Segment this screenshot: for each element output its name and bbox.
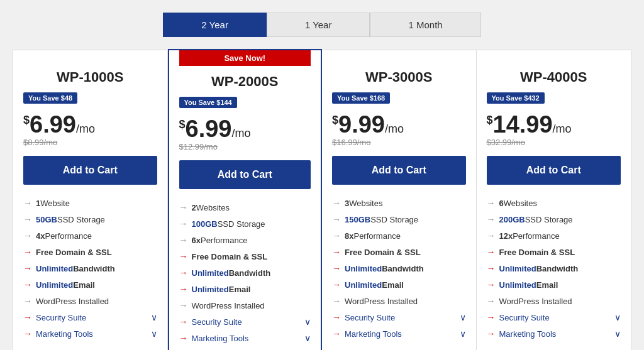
save-badge: You Save $432 (487, 92, 545, 104)
chevron-down-icon: ∨ (304, 333, 311, 343)
arrow-icon: → (23, 312, 32, 322)
arrow-icon: → (332, 312, 341, 322)
feature-expandable[interactable]: Marketing Tools ∨ (36, 329, 157, 339)
arrow-icon: → (487, 280, 496, 290)
arrow-icon: → (487, 329, 496, 339)
feature-link-text: Security Suite (345, 313, 395, 322)
feature-item[interactable]: → Marketing Tools ∨ (23, 325, 157, 342)
feature-text: Bandwidth (536, 264, 578, 273)
feature-text-blue: Unlimited (36, 264, 73, 273)
feature-expandable[interactable]: Marketing Tools ∨ (345, 329, 466, 339)
feature-bold: 3 (345, 199, 349, 208)
price-original: $8.99/mo (23, 138, 157, 147)
arrow-icon: → (487, 296, 496, 306)
feature-item[interactable]: → Security Suite ∨ (332, 309, 466, 325)
arrow-icon: → (23, 296, 32, 306)
arrow-icon: → (487, 312, 496, 322)
feature-text: Email (382, 280, 404, 290)
feature-list: →1 Website→50GB SSD Storage→4x Performan… (23, 195, 157, 342)
add-to-cart-button[interactable]: Add to Cart (332, 156, 466, 185)
arrow-icon: → (23, 329, 32, 339)
billing-tab-2year[interactable]: 2 Year (163, 13, 267, 37)
arrow-icon: → (179, 219, 188, 229)
feature-text: SSD Storage (525, 215, 573, 224)
feature-item: →Unlimited Bandwidth (487, 260, 621, 276)
feature-text: Bandwidth (382, 264, 423, 273)
feature-expandable[interactable]: Security Suite ∨ (36, 312, 157, 322)
arrow-icon: → (179, 235, 188, 245)
billing-tabs-container: 2 Year1 Year1 Month (13, 13, 631, 37)
feature-link-text: Marketing Tools (192, 334, 249, 343)
feature-expandable[interactable]: Security Suite ∨ (499, 312, 621, 322)
price-original: $16.99/mo (332, 138, 466, 147)
feature-item: →Unlimited Email (487, 276, 621, 293)
arrow-icon: → (179, 268, 188, 278)
feature-storage: 150GB (345, 215, 370, 224)
price-main: $14.99/mo (487, 112, 621, 136)
plan-card-wp4000s: WP-4000SYou Save $432 $14.99/mo $32.99/m… (477, 50, 631, 350)
add-to-cart-button[interactable]: Add to Cart (487, 156, 621, 185)
price-block: $6.99/mo $8.99/mo (23, 112, 157, 147)
chevron-down-icon: ∨ (151, 329, 157, 339)
arrow-icon: → (487, 263, 496, 273)
feature-storage: 200GB (499, 215, 525, 224)
arrow-icon: → (332, 198, 341, 208)
feature-bold: 12x (499, 231, 513, 241)
feature-text: Email (229, 285, 251, 294)
feature-item: →1 Website (23, 195, 157, 211)
price-original: $32.99/mo (487, 138, 621, 147)
add-to-cart-button[interactable]: Add to Cart (23, 156, 157, 185)
feature-text: Website (40, 199, 70, 208)
chevron-down-icon: ∨ (614, 329, 621, 339)
feature-text-blue: Unlimited (499, 280, 536, 290)
feature-text: SSD Storage (57, 215, 105, 224)
feature-text: Bandwidth (229, 268, 270, 278)
feature-item: →Free Domain & SSL (332, 244, 466, 260)
price-main: $9.99/mo (332, 112, 466, 136)
arrow-icon: → (23, 247, 32, 257)
feature-expandable[interactable]: Marketing Tools ∨ (499, 329, 621, 339)
arrow-icon: → (179, 300, 188, 310)
feature-item: →Free Domain & SSL (179, 248, 311, 265)
price-main: $6.99/mo (23, 112, 157, 136)
feature-expandable[interactable]: Security Suite ∨ (345, 312, 466, 322)
arrow-icon: → (332, 280, 341, 290)
feature-text: Performance (201, 236, 247, 245)
feature-text: Websites (196, 203, 230, 212)
feature-item: →Unlimited Bandwidth (332, 260, 466, 276)
feature-item[interactable]: → Marketing Tools ∨ (332, 325, 466, 342)
feature-text-blue: Unlimited (345, 264, 382, 273)
feature-item: →4x Performance (23, 227, 157, 244)
plan-name: WP-2000S (179, 74, 311, 90)
feature-text: Performance (513, 231, 559, 241)
feature-item[interactable]: → Marketing Tools ∨ (487, 325, 621, 342)
feature-expandable[interactable]: Marketing Tools ∨ (192, 333, 311, 343)
arrow-icon: → (487, 214, 496, 224)
arrow-icon: → (487, 198, 496, 208)
feature-link-text: Marketing Tools (499, 329, 557, 339)
feature-text: Performance (353, 231, 400, 241)
plan-name: WP-4000S (487, 69, 621, 85)
arrow-icon: → (332, 231, 341, 241)
price-block: $9.99/mo $16.99/mo (332, 112, 466, 147)
add-to-cart-button[interactable]: Add to Cart (179, 160, 311, 189)
feature-text-blue: Unlimited (192, 268, 229, 278)
feature-item[interactable]: → Security Suite ∨ (23, 309, 157, 325)
feature-item[interactable]: → Security Suite ∨ (487, 309, 621, 325)
chevron-down-icon: ∨ (614, 312, 621, 322)
chevron-down-icon: ∨ (151, 312, 157, 322)
feature-item[interactable]: → Security Suite ∨ (179, 314, 311, 330)
feature-storage: 100GB (192, 219, 218, 229)
billing-tabs: 2 Year1 Year1 Month (13, 13, 631, 37)
feature-item: →WordPress Installed (332, 293, 466, 309)
feature-text: Free Domain & SSL (36, 248, 112, 257)
billing-tab-1year[interactable]: 1 Year (267, 13, 370, 37)
save-now-badge: Save Now! (179, 50, 311, 66)
billing-tab-1month[interactable]: 1 Month (370, 13, 480, 37)
feature-bold: 2 (192, 203, 196, 212)
arrow-icon: → (23, 214, 32, 224)
feature-expandable[interactable]: Security Suite ∨ (192, 317, 311, 327)
plan-card-wp3000s: WP-3000SYou Save $168 $9.99/mo $16.99/mo… (322, 50, 477, 350)
plan-card-wp2000s: Save Now!WP-2000SYou Save $144 $6.99/mo … (168, 49, 323, 350)
feature-item[interactable]: → Marketing Tools ∨ (179, 330, 311, 346)
